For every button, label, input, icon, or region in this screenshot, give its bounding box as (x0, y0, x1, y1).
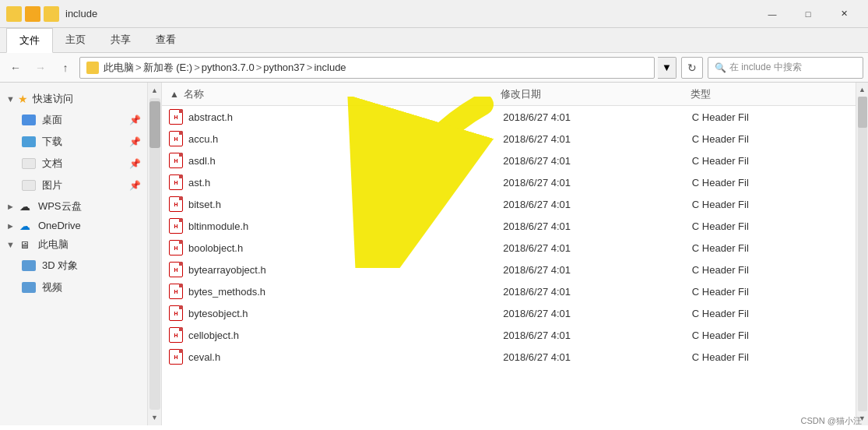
file-scroll-thumb[interactable] (858, 97, 867, 128)
tab-view[interactable]: 查看 (143, 28, 188, 52)
pin-icon-pic: 📌 (129, 180, 141, 191)
table-row[interactable]: Hbytesobject.h2018/6/27 4:01C Header Fil (162, 302, 856, 324)
file-name: abstract.h (188, 111, 503, 123)
table-row[interactable]: Hbytes_methods.h2018/6/27 4:01C Header F… (162, 280, 856, 302)
sidebar-item-downloads[interactable]: 下载 📌 (0, 131, 147, 153)
refresh-button[interactable]: ↻ (681, 57, 703, 79)
file-list-scrollbar[interactable]: ▲ ▼ (856, 83, 868, 425)
h-file-icon: H (169, 262, 183, 277)
back-button[interactable]: ← (5, 57, 26, 79)
file-area: ▲ 名称 修改日期 类型 Habstract.h2018/6/27 4:01C … (162, 83, 856, 425)
table-row[interactable]: Haccu.h2018/6/27 4:01C Header Fil (162, 128, 856, 150)
chevron-right-od-icon: ► (6, 221, 15, 231)
col-header-name[interactable]: 名称 (184, 87, 501, 101)
file-icon: H (168, 109, 184, 125)
file-date: 2018/6/27 4:01 (503, 286, 692, 298)
search-icon: 🔍 (715, 62, 726, 73)
sidebar-section-this-pc[interactable]: ▼ 🖥 此电脑 (0, 234, 147, 255)
tab-file[interactable]: 文件 (6, 28, 53, 53)
table-row[interactable]: Hceval.h2018/6/27 4:01C Header Fil (162, 346, 856, 368)
file-name: bytes_methods.h (188, 286, 503, 298)
table-row[interactable]: Hbltinmodule.h2018/6/27 4:01C Header Fil (162, 215, 856, 237)
file-name: asdl.h (188, 155, 503, 167)
address-dropdown-button[interactable]: ▼ (658, 57, 676, 79)
file-icon: H (168, 305, 184, 321)
onedrive-cloud-icon: ☁ (18, 220, 32, 231)
file-name: cellobject.h (188, 330, 503, 341)
breadcrumb-pc[interactable]: 此电脑 (104, 61, 134, 75)
3d-folder-icon (22, 260, 36, 271)
tab-share[interactable]: 共享 (98, 28, 143, 52)
file-icon: H (168, 196, 184, 212)
pictures-folder-icon (22, 180, 36, 191)
col-header-type[interactable]: 类型 (691, 87, 849, 101)
breadcrumb-drive[interactable]: 新加卷 (E:) (143, 61, 193, 75)
breadcrumb-python370[interactable]: python3.7.0 (202, 62, 255, 73)
table-row[interactable]: Hboolobject.h2018/6/27 4:01C Header Fil (162, 237, 856, 259)
h-file-icon: H (169, 196, 183, 212)
sidebar-section-quick-access[interactable]: ▼ ★ 快速访问 (0, 89, 147, 109)
file-date: 2018/6/27 4:01 (503, 308, 692, 319)
nav-bar: ← → ↑ 此电脑 > 新加卷 (E:) > python3.7.0 > pyt… (0, 53, 868, 83)
sidebar-item-label-3d: 3D 对象 (42, 259, 78, 273)
file-type: C Header Fil (692, 308, 849, 319)
desktop-folder-icon (22, 115, 36, 125)
breadcrumb-include[interactable]: include (314, 62, 346, 73)
table-row[interactable]: Hbitset.h2018/6/27 4:01C Header Fil (162, 193, 856, 215)
file-icon: H (168, 327, 184, 343)
search-bar[interactable]: 🔍 在 include 中搜索 (708, 57, 863, 79)
sidebar-item-label-documents: 文档 (42, 157, 62, 171)
minimize-button[interactable]: — (754, 0, 790, 28)
h-file-icon: H (169, 153, 183, 168)
table-row[interactable]: Hbytearrayobject.h2018/6/27 4:01C Header… (162, 259, 856, 280)
file-type: C Header Fil (692, 177, 849, 189)
sidebar-section-onedrive[interactable]: ► ☁ OneDrive (0, 217, 147, 234)
file-icon: H (168, 240, 184, 256)
address-bar[interactable]: 此电脑 > 新加卷 (E:) > python3.7.0 > python37 … (79, 57, 655, 79)
breadcrumb-python37[interactable]: python37 (263, 62, 305, 73)
col-header-date[interactable]: 修改日期 (501, 87, 691, 101)
sidebar-scrollbar[interactable]: ▲ ▼ (148, 83, 162, 425)
scroll-up-arrow[interactable]: ▲ (149, 84, 161, 97)
file-type: C Header Fil (692, 111, 849, 123)
scroll-down-arrow[interactable]: ▼ (149, 411, 161, 424)
file-scroll-up-arrow[interactable]: ▲ (857, 84, 868, 95)
file-date: 2018/6/27 4:01 (503, 220, 692, 232)
sort-up-icon[interactable]: ▲ (168, 89, 181, 100)
h-file-icon: H (169, 240, 183, 256)
chevron-down-icon: ▼ (6, 94, 15, 104)
sidebar-item-label-pictures: 图片 (42, 178, 62, 192)
table-row[interactable]: Habstract.h2018/6/27 4:01C Header Fil (162, 106, 856, 128)
sidebar-section-label-quick-access: 快速访问 (33, 92, 73, 106)
file-name: accu.h (188, 133, 503, 145)
sidebar-item-pictures[interactable]: 图片 📌 (0, 174, 147, 196)
file-type: C Header Fil (692, 155, 849, 167)
main-area: ▼ ★ 快速访问 桌面 📌 下载 📌 文档 📌 图片 (0, 83, 868, 425)
file-scroll-down-arrow[interactable]: ▼ (857, 413, 868, 424)
close-button[interactable]: ✕ (826, 0, 862, 28)
title-icon-2 (25, 6, 40, 22)
tab-home[interactable]: 主页 (53, 28, 98, 52)
sidebar-item-desktop[interactable]: 桌面 📌 (0, 109, 147, 131)
file-icon: H (168, 349, 184, 365)
table-row[interactable]: Hast.h2018/6/27 4:01C Header Fil (162, 171, 856, 193)
file-date: 2018/6/27 4:01 (503, 242, 692, 254)
table-row[interactable]: Hasdl.h2018/6/27 4:01C Header Fil (162, 150, 856, 171)
sidebar-item-documents[interactable]: 文档 📌 (0, 153, 147, 174)
scroll-thumb[interactable] (149, 101, 160, 148)
sidebar-section-label-pc: 此电脑 (38, 238, 69, 252)
file-scroll-track (858, 97, 867, 411)
maximize-button[interactable]: □ (790, 0, 826, 28)
forward-button[interactable]: → (30, 57, 51, 79)
scroll-track (149, 98, 160, 410)
file-date: 2018/6/27 4:01 (503, 177, 692, 189)
table-row[interactable]: Hcellobject.h2018/6/27 4:01C Header Fil (162, 324, 856, 346)
sidebar-item-3d[interactable]: 3D 对象 (0, 255, 147, 277)
wps-cloud-icon: ☁ (18, 201, 32, 212)
h-file-icon: H (169, 305, 183, 321)
documents-folder-icon (22, 158, 36, 169)
sidebar-item-video[interactable]: 视频 (0, 277, 147, 298)
up-button[interactable]: ↑ (54, 57, 76, 79)
sidebar-item-label-downloads: 下载 (42, 135, 62, 149)
sidebar-section-wps[interactable]: ► ☁ WPS云盘 (0, 196, 147, 217)
